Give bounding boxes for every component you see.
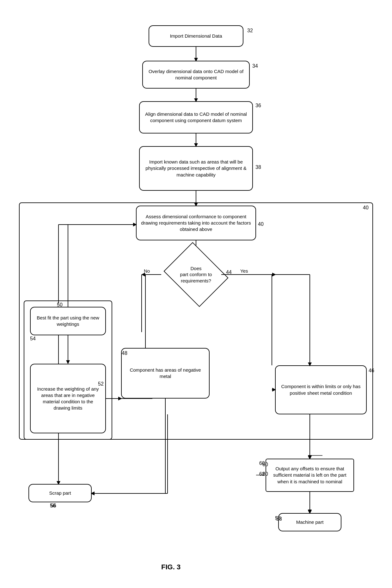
yes-label: Yes bbox=[240, 268, 248, 274]
ref-32: 32 bbox=[247, 28, 253, 34]
ref-56-label: 56 bbox=[50, 503, 56, 509]
ref-38: 38 bbox=[255, 164, 261, 170]
ref-52: 52 bbox=[98, 381, 104, 387]
machine-part-box: Machine part bbox=[278, 513, 341, 531]
ref-46: 46 bbox=[369, 368, 374, 374]
fig-label: FIG. 3 bbox=[161, 563, 181, 571]
ref-62-label: 62 bbox=[259, 471, 265, 477]
conform-diamond-text: Does part conform to requirements? bbox=[174, 265, 218, 284]
ref-44: 44 bbox=[226, 269, 232, 275]
ref-34: 34 bbox=[252, 63, 258, 69]
assess-box: Assess dimensional conformance to compon… bbox=[136, 206, 256, 240]
ref-40-outer: 40 bbox=[363, 205, 369, 211]
no-label: No bbox=[144, 268, 150, 274]
overlay-box: Overlay dimensional data onto CAD model … bbox=[142, 61, 250, 89]
ref-36: 36 bbox=[255, 103, 261, 108]
ref-40-assess: 40 bbox=[258, 221, 264, 227]
ref-54: 54 bbox=[30, 336, 36, 342]
scrap-part-box: Scrap part bbox=[28, 484, 92, 502]
ref-58-label: 58 bbox=[275, 516, 281, 521]
align-box: Align dimensional data to CAD model of n… bbox=[139, 101, 253, 133]
import-known-box: Import known data such as areas that wil… bbox=[139, 146, 253, 191]
increase-weighting-box: Increase the weighting of any areas that… bbox=[30, 364, 106, 433]
ref-60-label: 60 bbox=[259, 461, 265, 466]
output-offsets-box: Output any offsets to ensure that suffic… bbox=[266, 459, 354, 492]
ref-48: 48 bbox=[122, 350, 127, 356]
diagram-container: Import Dimensional Data 32 Overlay dimen… bbox=[0, 0, 392, 588]
component-negative-box: Component has areas of negative metal bbox=[121, 348, 210, 399]
component-within-box: Component is within limits or only has p… bbox=[275, 365, 367, 414]
conform-diamond-wrapper: Does part conform to requirements? bbox=[171, 253, 221, 296]
import-dimensional-box: Import Dimensional Data bbox=[149, 25, 243, 47]
best-fit-box: Best fit the part using the new weightin… bbox=[30, 307, 106, 335]
